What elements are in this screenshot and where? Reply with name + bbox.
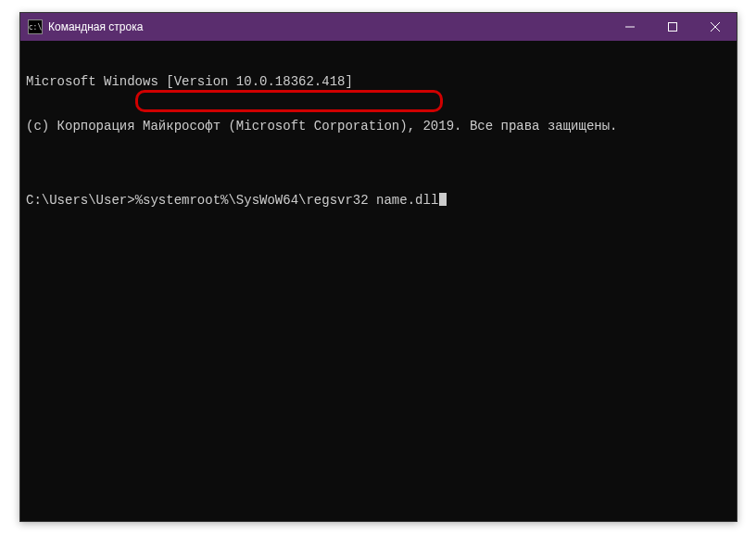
terminal-cursor — [439, 193, 447, 206]
terminal-line-version: Microsoft Windows [Version 10.0.18362.41… — [26, 74, 731, 89]
close-icon — [711, 22, 720, 32]
close-button[interactable] — [694, 13, 737, 41]
minimize-icon — [625, 22, 635, 32]
cmd-icon: c:\ — [28, 19, 43, 34]
annotation-highlight-box — [135, 90, 443, 112]
terminal-prompt: C:\Users\User> — [26, 193, 135, 208]
window-controls — [609, 13, 737, 41]
maximize-button[interactable] — [651, 13, 694, 41]
terminal-prompt-line: C:\Users\User>%systemroot%\SysWoW64\regs… — [26, 193, 731, 208]
cmd-window: c:\ Командная строка Microsoft Windows [… — [19, 12, 737, 522]
svg-rect-1 — [669, 23, 677, 32]
terminal-body[interactable]: Microsoft Windows [Version 10.0.18362.41… — [20, 41, 737, 521]
minimize-button[interactable] — [609, 13, 651, 41]
terminal-line-copyright: (c) Корпорация Майкрософт (Microsoft Cor… — [26, 119, 731, 134]
maximize-icon — [668, 22, 677, 32]
titlebar[interactable]: c:\ Командная строка — [20, 13, 737, 41]
terminal-command: %systemroot%\SysWoW64\regsvr32 name.dll — [135, 193, 439, 208]
window-title: Командная строка — [48, 20, 143, 33]
